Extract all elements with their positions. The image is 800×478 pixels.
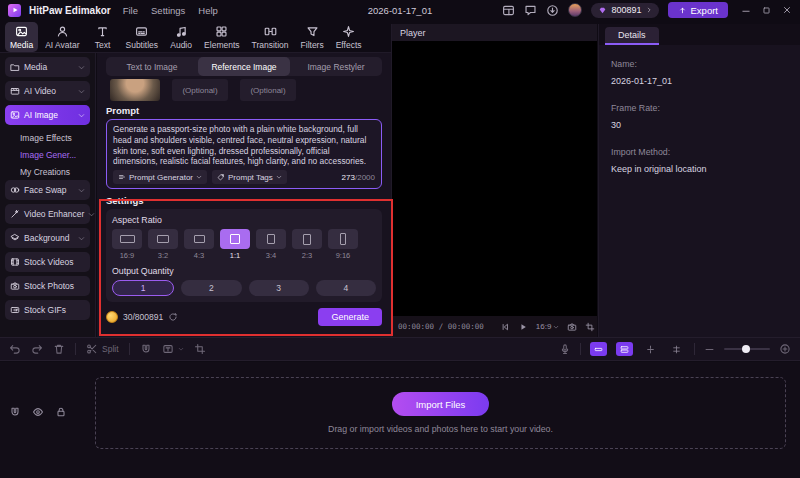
optional-image-slot-1[interactable]: (Optional) — [172, 79, 228, 101]
zoom-fit-icon[interactable] — [779, 343, 791, 355]
aspect-ratio-16-9[interactable]: 16:9 — [112, 229, 142, 260]
ribbon-tab-elements[interactable]: Elements — [199, 22, 244, 52]
zoom-slider-knob[interactable] — [742, 345, 750, 353]
ribbon-tabs: Media AI Avatar Text Subtitles Audio Ele… — [0, 20, 391, 53]
undo-icon[interactable] — [9, 343, 21, 355]
generate-button[interactable]: Generate — [318, 308, 382, 326]
ribbon-tab-filters[interactable]: Filters — [296, 22, 329, 52]
zoom-out-icon[interactable] — [704, 344, 715, 355]
camera-icon — [10, 281, 20, 291]
sidebar-item-stock-videos[interactable]: Stock Videos — [5, 252, 90, 272]
divider — [75, 343, 76, 355]
tab-image-restyler[interactable]: Image Restyler — [290, 57, 382, 76]
credits-badge[interactable]: 800891 — [591, 3, 658, 18]
eye-icon[interactable] — [32, 406, 44, 418]
maximize-icon[interactable] — [762, 6, 771, 15]
aspect-ratio-9-16[interactable]: 9:16 — [328, 229, 358, 260]
sidebar-item-media[interactable]: Media — [5, 57, 90, 77]
sidebar-subitem-my-creations[interactable]: My Creations — [5, 163, 90, 180]
ribbon-tab-subtitles[interactable]: Subtitles — [121, 22, 164, 52]
sidebar-item-ai-image[interactable]: AI Image — [5, 105, 90, 125]
track-shrink-button[interactable] — [642, 342, 659, 356]
import-dropzone[interactable]: Import Files Drag or import videos and p… — [95, 377, 786, 449]
reference-image-thumbnail[interactable] — [110, 79, 160, 101]
aspect-ratio-3-2[interactable]: 3:2 — [148, 229, 178, 260]
sidebar-item-stock-gifs[interactable]: Stock GIFs — [5, 300, 90, 320]
sidebar-item-face-swap[interactable]: Face Swap — [5, 180, 90, 200]
aspect-ratio-label-text: 2:3 — [302, 251, 312, 260]
player-panel: Player 00:00:00 / 00:00:00 16:9 — [391, 24, 597, 337]
prompt-tags-button[interactable]: Prompt Tags — [212, 170, 287, 184]
delete-icon[interactable] — [53, 343, 65, 355]
text-icon — [96, 25, 109, 38]
download-icon[interactable] — [546, 4, 559, 17]
sidebar-item-stock-photos[interactable]: Stock Photos — [5, 276, 90, 296]
redo-icon[interactable] — [31, 343, 43, 355]
aspect-ratio-2-3[interactable]: 2:3 — [292, 229, 322, 260]
tab-details[interactable]: Details — [605, 27, 659, 45]
aspect-ratio-selector[interactable]: 16:9 — [536, 322, 560, 331]
export-button[interactable]: Export — [668, 2, 728, 18]
layers-icon — [10, 233, 20, 243]
sidebar-subitem-image-effects[interactable]: Image Effects — [5, 129, 90, 146]
film-icon — [10, 257, 20, 267]
crop-tool-icon[interactable] — [194, 343, 206, 355]
crop-icon[interactable] — [585, 322, 595, 332]
prompt-generator-button[interactable]: Prompt Generator — [113, 170, 207, 184]
minimize-icon[interactable] — [741, 5, 751, 15]
quantity-option-3[interactable]: 3 — [249, 280, 309, 296]
aspect-ratio-1-1[interactable]: 1:1 — [220, 229, 250, 260]
sidebar-subitem-image-generator[interactable]: Image Gener... — [5, 146, 90, 163]
prompt-generator-label: Prompt Generator — [129, 173, 193, 182]
ribbon-tab-label: Elements — [204, 40, 239, 50]
layout-icon[interactable] — [502, 4, 515, 17]
ribbon-tab-text[interactable]: Text — [87, 22, 119, 52]
track-view-expand-button[interactable] — [616, 342, 633, 356]
text-tool-button[interactable] — [162, 343, 184, 355]
quantity-option-1[interactable]: 1 — [112, 280, 174, 296]
optional-image-slot-2[interactable]: (Optional) — [240, 79, 296, 101]
split-button[interactable]: Split — [86, 343, 119, 355]
char-count: 273 — [342, 173, 355, 182]
ribbon-tab-transition[interactable]: Transition — [247, 22, 294, 52]
ai-image-panel: Text to Image Reference Image Image Rest… — [97, 53, 391, 337]
menu-file[interactable]: File — [123, 5, 138, 16]
sidebar-item-label: AI Video — [24, 86, 56, 96]
lock-icon[interactable] — [55, 406, 67, 418]
track-view-compact-button[interactable] — [590, 342, 607, 356]
quantity-option-4[interactable]: 4 — [316, 280, 376, 296]
menubar: File Settings Help — [123, 5, 218, 16]
ribbon-tab-ai-avatar[interactable]: AI Avatar — [40, 22, 84, 52]
aspect-ratio-3-4[interactable]: 3:4 — [256, 229, 286, 260]
magnet-icon[interactable] — [140, 343, 152, 355]
reference-thumbnails: (Optional) (Optional) — [110, 79, 382, 101]
time-current: 00:00:00 — [398, 322, 434, 331]
tab-text-to-image[interactable]: Text to Image — [106, 57, 198, 76]
menu-settings[interactable]: Settings — [151, 5, 185, 16]
refresh-icon[interactable] — [168, 312, 178, 322]
play-icon[interactable] — [518, 322, 528, 332]
track-grow-button[interactable] — [668, 342, 685, 356]
close-icon[interactable] — [782, 5, 792, 15]
zoom-slider[interactable] — [724, 348, 770, 350]
sidebar-item-background[interactable]: Background — [5, 228, 90, 248]
aspect-ratio-4-3[interactable]: 4:3 — [184, 229, 214, 260]
detail-import-method-value: Keep in original location — [611, 164, 788, 174]
avatar[interactable] — [568, 3, 582, 17]
feedback-icon[interactable] — [524, 4, 537, 17]
sidebar-item-video-enhancer[interactable]: Video Enhancer — [5, 204, 90, 224]
details-tabbar: Details — [599, 24, 800, 45]
ribbon-tab-effects[interactable]: Effects — [331, 22, 367, 52]
prev-frame-icon[interactable] — [500, 322, 510, 332]
microphone-icon[interactable] — [559, 343, 571, 355]
ribbon-tab-media[interactable]: Media — [5, 22, 38, 52]
quantity-option-2[interactable]: 2 — [181, 280, 241, 296]
tab-reference-image[interactable]: Reference Image — [198, 57, 290, 76]
menu-help[interactable]: Help — [198, 5, 218, 16]
snapshot-icon[interactable] — [567, 322, 577, 332]
magnet-track-icon[interactable] — [9, 406, 21, 418]
sidebar-item-ai-video[interactable]: AI Video — [5, 81, 90, 101]
import-files-button[interactable]: Import Files — [392, 392, 490, 416]
ribbon-tab-audio[interactable]: Audio — [165, 22, 197, 52]
prompt-input[interactable]: Generate a passport-size photo with a pl… — [113, 124, 375, 167]
